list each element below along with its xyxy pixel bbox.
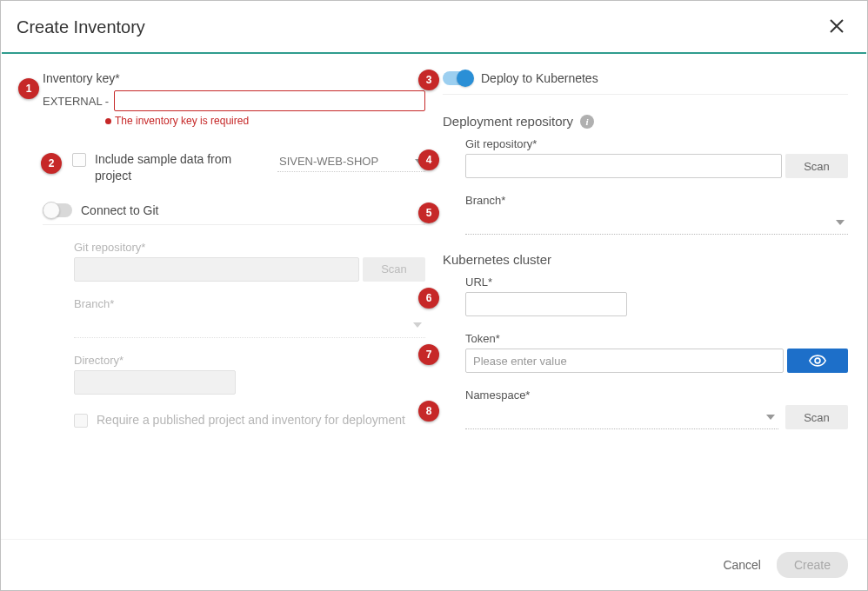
left-directory-label: Directory* (74, 354, 425, 367)
sample-project-value: SIVEN-WEB-SHOP (279, 155, 378, 168)
url-label: URL* (465, 276, 848, 289)
create-button: Create (777, 552, 848, 578)
right-branch-label: Branch* (465, 194, 848, 207)
inventory-key-error: The inventory key is required (115, 115, 249, 127)
token-label: Token* (465, 332, 848, 345)
dialog-title: Create Inventory (17, 17, 145, 37)
left-branch-label: Branch* (74, 297, 425, 310)
include-sample-checkbox[interactable] (72, 153, 86, 167)
eye-icon (809, 355, 826, 367)
chevron-down-icon (766, 415, 775, 420)
deploy-k8s-label: Deploy to Kubernetes (481, 71, 598, 85)
close-button[interactable] (825, 15, 848, 40)
callout-badge-7: 7 (418, 344, 439, 365)
inventory-key-input[interactable] (114, 90, 425, 111)
callout-badge-8: 8 (418, 401, 439, 422)
left-directory-input (74, 370, 236, 395)
require-published-label: Require a published project and inventor… (97, 412, 425, 428)
right-column: 3 Deploy to Kubernetes Deployment reposi… (443, 71, 848, 448)
require-published-checkbox (74, 414, 88, 428)
chevron-down-icon (413, 322, 422, 328)
deploy-k8s-toggle[interactable] (443, 71, 472, 85)
chevron-down-icon (836, 220, 845, 225)
callout-badge-2: 2 (41, 153, 62, 174)
svg-point-0 (815, 358, 820, 363)
sample-project-dropdown[interactable]: SIVEN-WEB-SHOP (277, 151, 425, 172)
token-input[interactable] (465, 349, 784, 373)
dialog-header: Create Inventory (1, 1, 867, 52)
callout-badge-4: 4 (418, 149, 439, 170)
right-git-scan-button[interactable]: Scan (785, 154, 848, 178)
callout-badge-3: 3 (418, 70, 439, 90)
right-git-repo-input[interactable] (465, 154, 782, 178)
error-dot-icon (105, 118, 111, 124)
info-icon[interactable]: i (580, 115, 594, 129)
namespace-label: Namespace* (465, 388, 848, 402)
connect-git-label: Connect to Git (81, 203, 159, 217)
left-column: 1 Inventory key* EXTERNAL - The inventor… (20, 71, 425, 448)
namespace-scan-button[interactable]: Scan (785, 405, 848, 429)
right-git-repo-label: Git repository* (465, 137, 848, 150)
cancel-button[interactable]: Cancel (723, 558, 761, 572)
include-sample-label: Include sample data from project (95, 151, 264, 184)
left-branch-select (74, 314, 425, 338)
inventory-key-prefix: EXTERNAL - (43, 95, 109, 108)
namespace-select[interactable] (465, 405, 778, 429)
left-git-scan-button: Scan (363, 257, 425, 282)
right-branch-select[interactable] (465, 210, 848, 235)
left-git-repo-input (74, 257, 359, 282)
callout-badge-5: 5 (418, 203, 439, 223)
k8s-cluster-heading: Kubernetes cluster (443, 252, 848, 267)
left-git-repo-label: Git repository* (74, 241, 425, 254)
close-icon (829, 18, 845, 34)
inventory-key-label: Inventory key* (43, 71, 425, 85)
dialog-footer: Cancel Create (1, 539, 867, 590)
deployment-repo-heading: Deployment repository i (443, 114, 848, 129)
url-input[interactable] (465, 292, 627, 316)
reveal-token-button[interactable] (787, 349, 848, 373)
callout-badge-1: 1 (18, 78, 39, 99)
callout-badge-6: 6 (418, 288, 439, 309)
connect-git-toggle[interactable] (43, 203, 72, 217)
